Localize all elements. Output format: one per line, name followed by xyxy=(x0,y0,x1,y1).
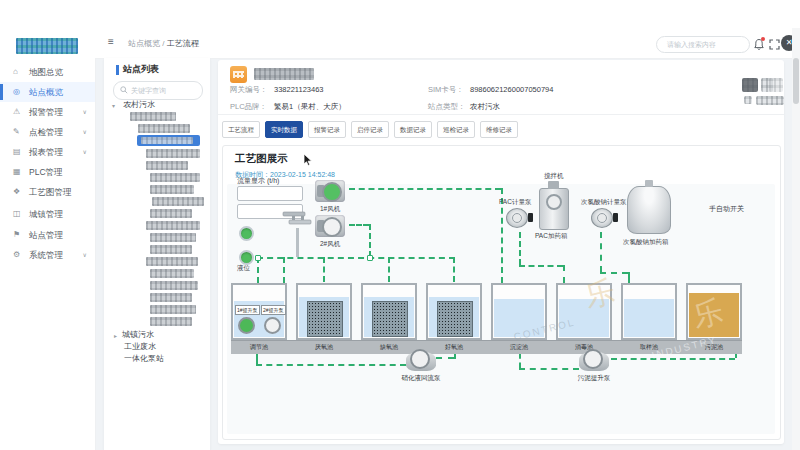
tank-label-anaerobic: 厌氧池 xyxy=(296,343,352,352)
header-button-blurred[interactable] xyxy=(769,78,783,92)
search-placeholder: 请输入搜索内容 xyxy=(657,37,749,52)
tank-water xyxy=(624,299,674,337)
tank-sludge xyxy=(686,283,742,340)
breadcrumb-section[interactable]: 站点概览 xyxy=(128,39,160,48)
tree-item-town-sewage[interactable]: 城镇污水 xyxy=(122,329,154,340)
town-icon: ◫ xyxy=(13,204,21,224)
top-header: ≡ 站点概览 / 工艺流程 请输入搜索内容 ✕ xyxy=(95,28,800,59)
tab-process-flow[interactable]: 工艺流程 xyxy=(222,121,260,138)
tree-item-blurred[interactable] xyxy=(150,245,192,254)
tree-expand-caret[interactable]: ▾ xyxy=(112,102,115,109)
sidebar-item-map-overview[interactable]: ⌂ 地图总览 xyxy=(0,62,95,82)
tank-label-sludge: 污泥池 xyxy=(686,343,742,352)
fan-2-label: 2#风机 xyxy=(320,240,340,249)
tree-item-blurred[interactable] xyxy=(150,293,192,302)
pipe xyxy=(600,272,628,274)
tree-item-blurred[interactable] xyxy=(150,173,200,182)
fan-1-label: 1#风机 xyxy=(320,205,340,214)
tree-item-industrial-wastewater[interactable]: 工业废水 xyxy=(124,341,156,352)
sidebar-item-alarm-mgmt[interactable]: ⚠ 报警管理 ∨ xyxy=(0,102,95,122)
gateway-id-value: 338221123463 xyxy=(274,85,324,94)
site-mgmt-icon: ⚑ xyxy=(13,225,20,245)
tree-item-blurred[interactable] xyxy=(150,233,196,242)
lift-pump-2 xyxy=(264,317,281,334)
site-type-label: 站点类型： xyxy=(428,102,466,112)
sidebar: ⌂ 地图总览 ◎ 站点概览 ⚠ 报警管理 ∨ ✎ 点检管理 ∨ ▤ 报表管理 ∨… xyxy=(0,28,96,450)
lift-pump-1-label: 1#提升泵 xyxy=(235,305,260,315)
tree-item-blurred[interactable] xyxy=(146,221,200,230)
tank-label-sedimentation: 沉淀池 xyxy=(491,343,547,352)
fullscreen-icon[interactable] xyxy=(769,39,780,50)
pipe xyxy=(519,265,563,267)
sidebar-item-plc-mgmt[interactable]: ▦ PLC管理 xyxy=(0,162,95,182)
pipe xyxy=(349,188,501,190)
sidebar-collapse-icon[interactable]: ≡ xyxy=(108,36,114,47)
tab-alarm-records[interactable]: 报警记录 xyxy=(308,121,346,138)
keyword-search-input[interactable]: 关键字查询 xyxy=(113,81,203,100)
tank-aerobic xyxy=(426,283,482,340)
tree-item-selected[interactable] xyxy=(137,135,200,146)
tank-water xyxy=(494,299,544,337)
tree-item-blurred[interactable] xyxy=(138,124,190,133)
app-logo xyxy=(16,38,78,54)
tree-item-integrated-pump-station[interactable]: 一体化泵站 xyxy=(124,353,164,364)
panel-title-bar xyxy=(116,65,119,75)
sidebar-item-town-mgmt[interactable]: ◫ 城镇管理 xyxy=(0,204,95,224)
level-label: 液位 xyxy=(237,264,250,273)
site-badge-glyph xyxy=(233,71,244,78)
tree-collapse-caret[interactable]: ▸ xyxy=(114,332,117,339)
sidebar-item-inspection-mgmt[interactable]: ✎ 点检管理 ∨ xyxy=(0,122,95,142)
tab-startstop-records[interactable]: 启停记录 xyxy=(351,121,389,138)
tab-inspection-records[interactable]: 巡检记录 xyxy=(437,121,475,138)
pipe xyxy=(600,232,602,272)
pipe xyxy=(256,353,258,364)
tree-item-blurred[interactable] xyxy=(150,269,194,278)
tree-item-blurred[interactable] xyxy=(146,149,200,158)
chevron-down-icon: ∨ xyxy=(83,122,87,142)
sidebar-item-site-overview[interactable]: ◎ 站点概览 xyxy=(0,82,95,102)
naclo-coupling xyxy=(613,213,618,222)
flow-display-label: 流量显示 (t/h) xyxy=(237,176,279,186)
pac-tank-label: PAC加药箱 xyxy=(535,232,567,241)
manual-auto-switch-label: 手自动开关 xyxy=(709,204,744,214)
process-diagram-icon: ❖ xyxy=(13,182,20,202)
chevron-down-icon: ∨ xyxy=(83,245,87,265)
sludge-pump-label: 污泥提升泵 xyxy=(564,374,624,383)
pipe xyxy=(349,224,369,226)
reflux-pump xyxy=(406,348,436,372)
map-icon: ⌂ xyxy=(13,62,18,82)
tree-item-blurred[interactable] xyxy=(150,185,194,194)
sidebar-item-system-mgmt[interactable]: ⚙ 系统管理 ∨ xyxy=(0,245,95,265)
tree-item-blurred[interactable] xyxy=(146,161,188,170)
flow-value-input-1[interactable] xyxy=(237,186,303,201)
scrollbar-thumb[interactable] xyxy=(793,58,799,104)
pipe xyxy=(519,353,521,368)
tab-realtime-data[interactable]: 实时数据 xyxy=(265,121,303,138)
plc-icon: ▦ xyxy=(13,162,21,182)
pipe xyxy=(436,357,454,359)
tree-item-blurred[interactable] xyxy=(146,257,198,266)
sidebar-item-site-mgmt[interactable]: ⚑ 站点管理 xyxy=(0,225,95,245)
tree-item-blurred[interactable] xyxy=(152,197,204,206)
global-search-input[interactable]: 请输入搜索内容 xyxy=(656,36,750,53)
tab-data-records[interactable]: 数据记录 xyxy=(394,121,432,138)
pipe xyxy=(257,257,455,259)
site-name-blurred xyxy=(254,68,314,80)
sidebar-item-report-mgmt[interactable]: ▤ 报表管理 ∨ xyxy=(0,142,95,162)
sidebar-item-process-diagram-mgmt[interactable]: ❖ 工艺图管理 xyxy=(0,182,95,202)
tree-item-blurred[interactable] xyxy=(130,112,176,121)
tab-repair-records[interactable]: 维修记录 xyxy=(480,121,518,138)
tree-item-blurred[interactable] xyxy=(150,305,196,314)
breadcrumb: 站点概览 / 工艺流程 xyxy=(128,38,199,49)
pac-metering-pump xyxy=(506,208,528,228)
tree-root-label[interactable]: 农村污水 xyxy=(123,99,155,110)
tree-item-blurred[interactable] xyxy=(150,317,192,326)
tree-item-blurred[interactable] xyxy=(150,209,192,218)
plc-brand-label: PLC品牌： xyxy=(230,102,267,112)
naclo-tank-label: 次氯酸钠加药箱 xyxy=(623,238,669,247)
lift-pump-1 xyxy=(238,317,255,334)
mixer-label: 搅拌机 xyxy=(544,172,564,181)
header-button-blurred[interactable] xyxy=(742,78,758,92)
tree-item-blurred[interactable] xyxy=(150,281,198,290)
diffuser-grid xyxy=(307,301,343,337)
